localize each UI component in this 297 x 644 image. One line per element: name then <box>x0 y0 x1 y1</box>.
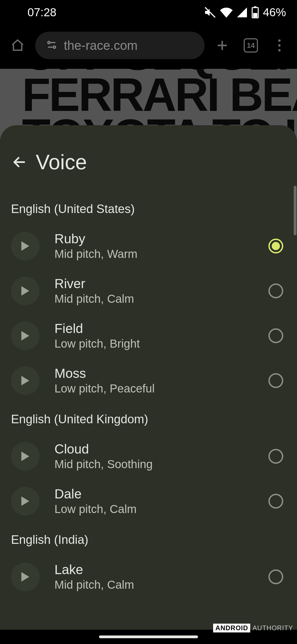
status-bar: 07:28 46% <box>0 0 297 25</box>
voice-desc: Low pitch, Calm <box>54 503 254 516</box>
gesture-bar[interactable] <box>99 635 198 638</box>
status-right: 46% <box>204 6 286 19</box>
voice-section-label: English (United States) <box>0 193 297 223</box>
play-button[interactable] <box>11 321 40 350</box>
status-time: 07:28 <box>28 6 56 19</box>
voice-section-label: English (India) <box>0 523 297 554</box>
play-button[interactable] <box>11 366 40 395</box>
voice-desc: Low pitch, Peaceful <box>54 382 254 395</box>
play-button[interactable] <box>11 277 40 305</box>
voice-texts: LakeMid pitch, Calm <box>54 562 254 591</box>
voice-desc: Mid pitch, Warm <box>54 247 254 261</box>
battery-icon <box>251 6 259 18</box>
voice-row[interactable]: RubyMid pitch, Warm <box>0 223 297 268</box>
mute-icon <box>204 6 216 18</box>
voice-name: River <box>54 276 254 291</box>
new-tab-button[interactable] <box>211 34 233 56</box>
play-button[interactable] <box>11 487 40 515</box>
radio-button[interactable] <box>268 239 283 253</box>
watermark: ANDROID AUTHORITY <box>213 624 295 632</box>
radio-button[interactable] <box>268 569 283 584</box>
sheet-header: Voice <box>0 125 297 190</box>
radio-button[interactable] <box>268 328 283 343</box>
voice-row[interactable]: RiverMid pitch, Calm <box>0 268 297 313</box>
voice-row[interactable]: DaleLow pitch, Calm <box>0 479 297 523</box>
voice-desc: Mid pitch, Soothing <box>54 458 254 471</box>
watermark-part1: ANDROID <box>213 624 250 632</box>
radio-button[interactable] <box>268 494 283 509</box>
voice-name: Field <box>54 321 254 336</box>
svg-point-12 <box>278 49 281 51</box>
voice-name: Dale <box>54 486 254 501</box>
voice-desc: Mid pitch, Calm <box>54 578 254 591</box>
signal-icon <box>237 7 248 18</box>
svg-point-11 <box>278 44 281 47</box>
play-button[interactable] <box>11 442 40 471</box>
tab-count: 14 <box>247 41 255 50</box>
home-button[interactable] <box>7 34 29 56</box>
voice-desc: Mid pitch, Calm <box>54 292 254 305</box>
voice-name: Cloud <box>54 441 254 457</box>
svg-point-4 <box>48 42 50 44</box>
play-button[interactable] <box>11 563 40 591</box>
voice-texts: RiverMid pitch, Calm <box>54 276 254 305</box>
radio-button[interactable] <box>268 373 283 388</box>
voice-name: Lake <box>54 562 254 577</box>
sheet-content[interactable]: English (United States)RubyMid pitch, Wa… <box>0 193 297 630</box>
voice-texts: RubyMid pitch, Warm <box>54 231 254 261</box>
watermark-part2: AUTHORITY <box>250 624 295 632</box>
voice-texts: MossLow pitch, Peaceful <box>54 366 254 395</box>
voice-texts: CloudMid pitch, Soothing <box>54 441 254 471</box>
voice-row[interactable]: LakeMid pitch, Calm <box>0 554 297 599</box>
browser-toolbar: the-race.com 14 <box>0 28 297 63</box>
radio-button[interactable] <box>268 283 283 298</box>
url-bar[interactable]: the-race.com <box>35 32 205 59</box>
back-button[interactable] <box>11 154 28 170</box>
voice-row[interactable]: CloudMid pitch, Soothing <box>0 434 297 479</box>
url-text: the-race.com <box>64 38 138 53</box>
radio-button[interactable] <box>268 449 283 464</box>
voice-desc: Low pitch, Bright <box>54 337 254 350</box>
site-settings-icon <box>46 39 57 51</box>
battery-percent: 46% <box>263 6 286 19</box>
more-menu-button[interactable] <box>268 34 290 56</box>
svg-point-10 <box>278 39 281 42</box>
voice-name: Ruby <box>54 231 254 246</box>
voice-row[interactable]: MossLow pitch, Peaceful <box>0 358 297 403</box>
voice-sheet: Voice English (United States)RubyMid pit… <box>0 125 297 630</box>
play-button[interactable] <box>11 232 40 260</box>
voice-name: Moss <box>54 366 254 381</box>
tab-switcher-button[interactable]: 14 <box>240 34 262 56</box>
voice-texts: FieldLow pitch, Bright <box>54 321 254 350</box>
sheet-title: Voice <box>36 150 87 174</box>
wifi-icon <box>220 7 233 18</box>
voice-texts: DaleLow pitch, Calm <box>54 486 254 516</box>
svg-point-6 <box>53 46 56 48</box>
svg-rect-3 <box>253 13 257 17</box>
voice-row[interactable]: FieldLow pitch, Bright <box>0 313 297 358</box>
voice-section-label: English (United Kingdom) <box>0 403 297 434</box>
